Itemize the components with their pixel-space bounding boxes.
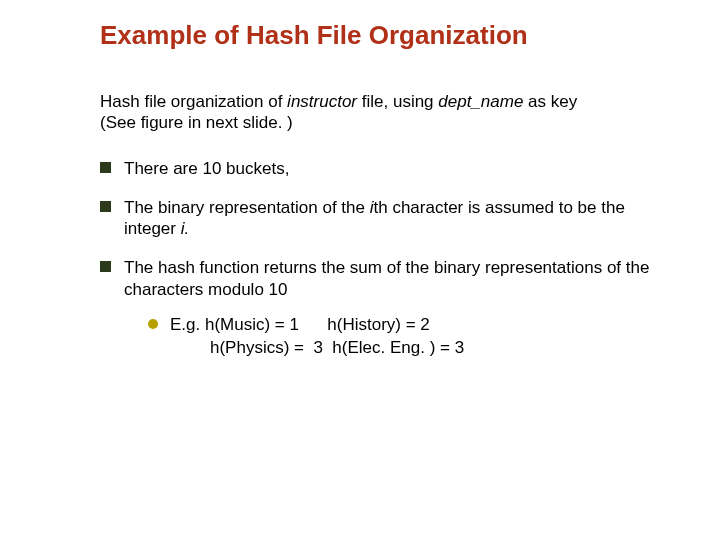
sub-bullet-example: E.g. h(Music) = 1 h(History) = 2 h(Physi… bbox=[148, 314, 660, 360]
slide-title: Example of Hash File Organization bbox=[100, 20, 660, 51]
example-line2: h(Physics) = 3 h(Elec. Eng. ) = 3 bbox=[170, 338, 464, 357]
intro-paragraph: Hash file organization of instructor fil… bbox=[100, 91, 660, 134]
slide: Example of Hash File Organization Hash f… bbox=[0, 0, 720, 540]
sub-bullet-list: E.g. h(Music) = 1 h(History) = 2 h(Physi… bbox=[148, 314, 660, 360]
bullet-item-1: There are 10 buckets, bbox=[100, 158, 660, 179]
intro-part2: file, using bbox=[357, 92, 438, 111]
intro-line2: (See figure in next slide. ) bbox=[100, 113, 293, 132]
bullet-1-text: There are 10 buckets, bbox=[124, 159, 289, 178]
intro-part3: as key bbox=[523, 92, 577, 111]
bullet-3-text: The hash function returns the sum of the… bbox=[124, 258, 649, 298]
bullet-item-3: The hash function returns the sum of the… bbox=[100, 257, 660, 359]
bullet-2-pre: The binary representation of the bbox=[124, 198, 370, 217]
example-line1: E.g. h(Music) = 1 h(History) = 2 bbox=[170, 315, 430, 334]
intro-part1: Hash file organization of bbox=[100, 92, 287, 111]
bullet-item-2: The binary representation of the ith cha… bbox=[100, 197, 660, 240]
bullet-2-ital-i2: i. bbox=[181, 219, 190, 238]
bullet-list: There are 10 buckets, The binary represe… bbox=[100, 158, 660, 360]
intro-italic-deptname: dept_name bbox=[438, 92, 523, 111]
intro-italic-instructor: instructor bbox=[287, 92, 357, 111]
